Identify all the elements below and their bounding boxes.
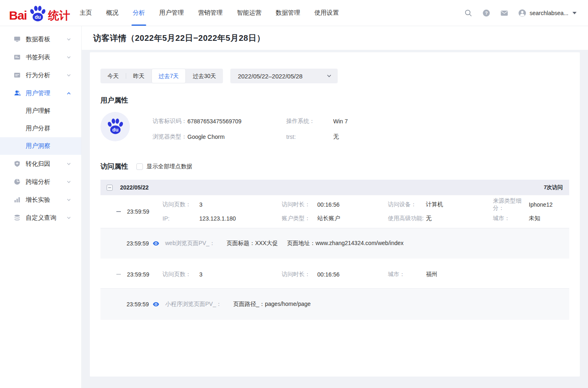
sidebar-subitem-user-understanding[interactable]: 用户理解 <box>0 102 81 120</box>
tab-today[interactable]: 今天 <box>100 69 126 83</box>
svg-text:du: du <box>112 127 118 133</box>
eye-icon[interactable] <box>153 240 159 247</box>
source-type-label: 来源类型细分： <box>493 197 529 212</box>
chevron-down-icon <box>66 73 71 78</box>
nav-overview[interactable]: 概况 <box>106 0 118 26</box>
event-time: 23:59:59 <box>127 301 149 308</box>
tab-last-30-days[interactable]: 过去30天 <box>186 69 223 83</box>
visit-duration-value: 00:16:56 <box>317 271 340 278</box>
city-label: 城市： <box>493 215 529 222</box>
visit-device-value: 计算机 <box>426 201 443 208</box>
visit-duration-label: 访问时长： <box>282 201 317 208</box>
dashboard-icon <box>14 36 21 43</box>
svg-text:?: ? <box>485 11 488 16</box>
main-content: 访客详情（2022年5月22日−2022年5月28日） 今天 昨天 过去7天 过… <box>82 26 588 388</box>
visitor-detail-card: 今天 昨天 过去7天 过去30天 2022/05/22–2022/05/28 用… <box>90 52 580 377</box>
event-row: 23:59:59 web浏览页面PV_： 页面标题：XXX大促 页面地址：www… <box>100 228 569 259</box>
shield-icon <box>14 161 21 167</box>
pages-viewed-value: 3 <box>199 271 203 278</box>
sidebar-item-conversion-attribution[interactable]: 转化归因 <box>0 155 81 173</box>
chevron-down-icon <box>66 179 71 185</box>
behavior-analysis-icon <box>14 72 21 79</box>
chevron-down-icon <box>326 73 332 79</box>
sidebar: 数据看板 书签列表 <box>0 26 82 388</box>
user-attr-fields: 访客标识码： 67887653475569709 浏览器类型： Google C… <box>153 112 348 145</box>
baidu-tongji-logo[interactable]: Bai du 统计 <box>0 4 82 22</box>
visit-attrs-header: 访问属性 显示全部埋点数据 <box>100 162 569 171</box>
svg-text:du: du <box>35 14 41 20</box>
event-page-title: 页面标题：XXX大促 <box>227 240 278 247</box>
visits-table: 2022/05/22 7次访问 23:59:59 访问页数：3 访问时长：00:… <box>100 180 569 320</box>
sidebar-item-cross-device-analysis[interactable]: 跨端分析 <box>0 173 81 191</box>
tab-yesterday[interactable]: 昨天 <box>126 69 151 83</box>
os-label: 操作系统： <box>286 118 333 125</box>
help-icon[interactable]: ? <box>482 9 490 17</box>
bookmark-list-icon <box>14 54 21 61</box>
logo-text-tongji: 统计 <box>48 9 70 22</box>
ip-value: 123.123.1.180 <box>199 215 236 222</box>
sidebar-item-dashboard[interactable]: 数据看板 <box>0 30 81 48</box>
nav-analysis[interactable]: 分析 <box>133 0 145 26</box>
user-account-menu[interactable]: searchlabsea... <box>518 9 577 17</box>
nav-home[interactable]: 主页 <box>80 0 92 26</box>
date-group-header: 2022/05/22 7次访问 <box>100 180 569 195</box>
account-type-label: 账户类型： <box>282 215 317 222</box>
top-navigation: 主页 概况 分析 用户管理 营销管理 智能运营 数据管理 使用设置 <box>80 0 339 26</box>
mail-icon[interactable] <box>500 9 508 17</box>
account-type-value: 站长账户 <box>317 215 340 222</box>
nav-smart-operations[interactable]: 智能运营 <box>237 0 261 26</box>
date-range-select[interactable]: 2022/05/22–2022/05/28 <box>230 69 338 83</box>
collapse-visit-icon[interactable] <box>116 211 121 212</box>
city-value: 福州 <box>426 271 437 278</box>
event-name: web浏览页面PV_： <box>165 240 215 247</box>
search-icon[interactable] <box>464 9 472 17</box>
date-range-value: 2022/05/22–2022/05/28 <box>238 73 303 80</box>
collapse-visit-icon[interactable] <box>116 274 121 275</box>
visit-attrs-heading: 访问属性 <box>100 162 128 171</box>
chevron-down-icon <box>66 215 71 221</box>
eye-icon[interactable] <box>153 301 159 308</box>
chevron-down-icon <box>572 12 577 14</box>
city-label: 城市： <box>388 271 426 278</box>
pie-chart-icon <box>14 178 21 185</box>
chevron-down-icon <box>66 161 71 167</box>
event-name: 小程序浏览页面PV_： <box>165 301 222 308</box>
chevron-up-icon <box>66 91 71 96</box>
visit-time: 23:59:59 <box>127 271 149 278</box>
show-all-tracking-checkbox[interactable] <box>136 163 143 170</box>
baidu-tongji-app: Bai du 统计 主页 概况 分析 用户管理 营 <box>0 0 588 388</box>
username-text: searchlabsea... <box>530 10 568 16</box>
nav-user-management[interactable]: 用户管理 <box>159 0 184 26</box>
advanced-features-label: 使用高级功能: <box>388 215 426 222</box>
visitor-avatar: du <box>100 112 130 141</box>
visitor-id-value: 67887653475569709 <box>187 118 241 125</box>
page-title-bar: 访客详情（2022年5月22日−2022年5月28日） <box>82 26 588 50</box>
sidebar-item-behavior-analysis[interactable]: 行为分析 <box>0 66 81 84</box>
chevron-down-icon <box>66 37 71 42</box>
nav-settings[interactable]: 使用设置 <box>314 0 339 26</box>
collapse-group-icon[interactable] <box>107 185 113 191</box>
baidu-paw-icon: du <box>28 4 47 23</box>
visit-duration-label: 访问时长： <box>282 271 317 278</box>
visitor-profile: du 访客标识码： 67887653475569709 浏览器类型： Googl… <box>100 112 569 145</box>
event-time: 23:59:59 <box>127 240 149 247</box>
event-page-path: 页面路径_：pages/home/page <box>233 301 311 308</box>
sidebar-item-custom-query[interactable]: 自定义查询 <box>0 209 81 227</box>
date-filter-row: 今天 昨天 过去7天 过去30天 2022/05/22–2022/05/28 <box>100 69 569 83</box>
sidebar-item-growth-experiment[interactable]: 增长实验 <box>0 191 81 209</box>
user-attrs-heading: 用户属性 <box>100 96 569 105</box>
tab-last-7-days[interactable]: 过去7天 <box>151 69 186 83</box>
sidebar-subitem-user-insight[interactable]: 用户洞察 <box>0 137 81 155</box>
sidebar-subitem-user-segmentation[interactable]: 用户分群 <box>0 120 81 137</box>
event-page-url: 页面地址：www.zhang214324.com/web/index <box>287 240 404 247</box>
visit-time: 23:59:59 <box>127 208 149 215</box>
nav-data-management[interactable]: 数据管理 <box>276 0 300 26</box>
ip-label: IP: <box>163 215 199 222</box>
date-range-tabs: 今天 昨天 过去7天 过去30天 <box>100 69 223 83</box>
header-actions: ? searchlabsea... <box>464 9 588 17</box>
trst-label: trst: <box>286 134 333 140</box>
nav-marketing[interactable]: 营销管理 <box>198 0 223 26</box>
sidebar-item-user-management[interactable]: 用户管理 <box>0 84 81 102</box>
visit-device-label: 访问设备： <box>388 201 426 208</box>
sidebar-item-bookmark-list[interactable]: 书签列表 <box>0 48 81 66</box>
